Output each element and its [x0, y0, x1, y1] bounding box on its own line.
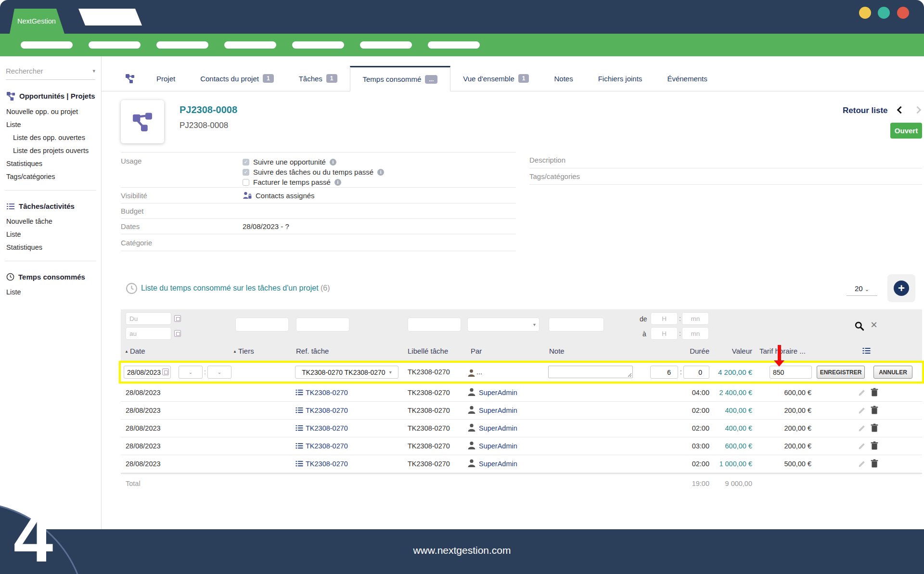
next-record-icon[interactable] — [914, 106, 922, 114]
nav-pill-placeholder[interactable] — [156, 41, 208, 49]
edit-hour-select[interactable]: ⌄ — [179, 366, 203, 379]
edit-pencil-icon[interactable] — [858, 406, 866, 414]
tab-vue-densemble[interactable]: Vue d'ensemble1 — [450, 66, 541, 91]
filter-hour-from-input[interactable] — [651, 312, 678, 325]
edit-pencil-icon[interactable] — [858, 388, 866, 396]
edit-minute-select[interactable]: ⌄ — [207, 366, 231, 379]
column-header-note[interactable]: Note — [549, 347, 565, 355]
edit-note-textarea[interactable] — [548, 366, 633, 378]
column-header-libelle[interactable]: Libellé tâche — [408, 347, 448, 355]
task-ref-link[interactable]: TK2308-0270 — [306, 388, 348, 397]
person-icon[interactable] — [468, 367, 475, 380]
delete-trash-icon[interactable] — [871, 388, 878, 396]
add-time-entry-button[interactable]: + — [887, 274, 915, 302]
delete-trash-icon[interactable] — [871, 423, 878, 432]
nav-pill-placeholder[interactable] — [360, 41, 412, 49]
column-header-par[interactable]: Par — [471, 347, 482, 355]
filter-ref-tache-input[interactable] — [296, 318, 349, 332]
filter-hour-to-input[interactable] — [651, 327, 678, 340]
edit-task-select[interactable]: TK2308-0270 TK2308-0270▾ — [295, 366, 398, 379]
calendar-icon[interactable] — [162, 369, 169, 375]
sidebar-item-liste-taches[interactable]: Liste — [6, 228, 101, 241]
column-header-valeur[interactable]: Valeur — [704, 347, 752, 355]
filter-date-from-input[interactable] — [126, 312, 171, 325]
page-size-select[interactable]: 20 ⌄ — [847, 284, 877, 296]
filter-par-select[interactable]: ▾ — [467, 318, 539, 332]
cancel-button[interactable]: ANNULER — [873, 366, 912, 379]
prev-record-icon[interactable] — [897, 106, 905, 114]
sidebar-item-nouvelle-opp[interactable]: Nouvelle opp. ou projet — [6, 105, 101, 118]
calendar-icon[interactable] — [174, 315, 181, 322]
user-link[interactable]: SuperAdmin — [479, 459, 517, 469]
unchecked-checkbox-icon[interactable] — [243, 179, 249, 186]
column-settings-icon[interactable] — [862, 347, 871, 355]
filter-min-from-input[interactable] — [682, 312, 709, 325]
window-dot-yellow-icon[interactable] — [859, 7, 871, 19]
search-input[interactable] — [6, 67, 78, 75]
checked-checkbox-icon[interactable]: ✓ — [243, 169, 249, 176]
sidebar-item-tags-categories[interactable]: Tags/catégories — [6, 170, 101, 183]
tab-evenements[interactable]: Événements — [654, 66, 719, 91]
column-header-ref[interactable]: Ref. tâche — [296, 347, 329, 355]
edit-hourly-rate-input[interactable] — [770, 366, 812, 379]
sidebar-item-liste-opp[interactable]: Liste — [6, 118, 101, 131]
browser-tab-placeholder[interactable] — [78, 9, 142, 26]
sidebar-item-liste-projets-ouverts[interactable]: Liste des projets ouverts — [6, 144, 101, 157]
filter-note-input[interactable] — [549, 318, 604, 332]
tab-temps-consomme[interactable]: Temps consommé... — [350, 66, 451, 91]
checkbox-suivre-taches[interactable]: ✓ Suivre des tâches ou du temps passé i — [243, 167, 384, 177]
brand-tab[interactable]: NextGestion — [10, 9, 64, 34]
sidebar-item-liste-opp-ouvertes[interactable]: Liste des opp. ouvertes — [6, 131, 101, 144]
save-button[interactable]: ENREGISTRER — [817, 366, 865, 379]
user-link[interactable]: SuperAdmin — [479, 406, 517, 415]
calendar-icon[interactable] — [174, 330, 181, 337]
nav-pill-placeholder[interactable] — [224, 41, 276, 49]
tab-fichiers-joints[interactable]: Fichiers joints — [586, 66, 655, 91]
task-ref-link[interactable]: TK2308-0270 — [306, 459, 348, 469]
filter-date-to-input[interactable] — [126, 327, 171, 340]
user-link[interactable]: SuperAdmin — [479, 424, 517, 433]
tab-contacts[interactable]: Contacts du projet1 — [188, 66, 286, 91]
delete-trash-icon[interactable] — [871, 441, 878, 450]
delete-trash-icon[interactable] — [871, 459, 878, 468]
user-link[interactable]: SuperAdmin — [479, 388, 517, 397]
back-to-list-link[interactable]: Retour liste — [843, 106, 888, 115]
column-header-tiers[interactable]: ▲Tiers — [233, 347, 254, 355]
nav-pill-placeholder[interactable] — [428, 41, 480, 49]
status-ouvert-button[interactable]: Ouvert — [890, 123, 922, 139]
edit-pencil-icon[interactable] — [858, 424, 866, 432]
nav-pill-placeholder[interactable] — [89, 41, 141, 49]
tab-projet[interactable]: Projet — [144, 66, 188, 91]
edit-pencil-icon[interactable] — [858, 442, 866, 450]
nav-pill-placeholder[interactable] — [21, 41, 73, 49]
sidebar-item-liste-temps[interactable]: Liste — [6, 286, 101, 299]
checkbox-suivre-opportunite[interactable]: ✓ Suivre une opportunité i — [243, 157, 384, 167]
sidebar-item-statistiques-taches[interactable]: Statistiques — [6, 241, 101, 254]
window-dot-red-icon[interactable] — [897, 7, 909, 19]
filter-tiers-input[interactable] — [235, 318, 289, 332]
edit-par-ellipsis[interactable]: ... — [476, 366, 482, 379]
checkbox-facturer-temps[interactable]: Facturer le temps passé i — [243, 177, 384, 187]
user-link[interactable]: SuperAdmin — [479, 442, 517, 451]
task-ref-link[interactable]: TK2308-0270 — [306, 442, 348, 451]
delete-trash-icon[interactable] — [871, 406, 878, 414]
filter-min-to-input[interactable] — [682, 327, 709, 340]
sidebar-search[interactable]: ▾ — [6, 67, 95, 80]
edit-duration-hours-input[interactable] — [650, 366, 678, 379]
task-ref-link[interactable]: TK2308-0270 — [306, 406, 348, 415]
edit-pencil-icon[interactable] — [858, 459, 866, 468]
search-icon[interactable] — [854, 321, 865, 332]
sidebar-item-nouvelle-tache[interactable]: Nouvelle tâche — [6, 215, 101, 228]
nav-pill-placeholder[interactable] — [292, 41, 344, 49]
column-header-duree[interactable]: Durée — [661, 347, 709, 355]
column-header-tarif[interactable]: Tarif horaire ... — [759, 347, 806, 355]
checked-checkbox-icon[interactable]: ✓ — [243, 159, 249, 166]
tab-taches[interactable]: Tâches1 — [286, 66, 350, 91]
tab-notes[interactable]: Notes — [541, 66, 585, 91]
window-dot-teal-icon[interactable] — [878, 7, 890, 19]
task-ref-link[interactable]: TK2308-0270 — [306, 424, 348, 433]
filter-libelle-input[interactable] — [408, 318, 461, 332]
resize-handle-icon[interactable] — [628, 373, 632, 377]
sidebar-item-statistiques-opp[interactable]: Statistiques — [6, 157, 101, 170]
clear-filter-icon[interactable]: × — [871, 318, 877, 332]
